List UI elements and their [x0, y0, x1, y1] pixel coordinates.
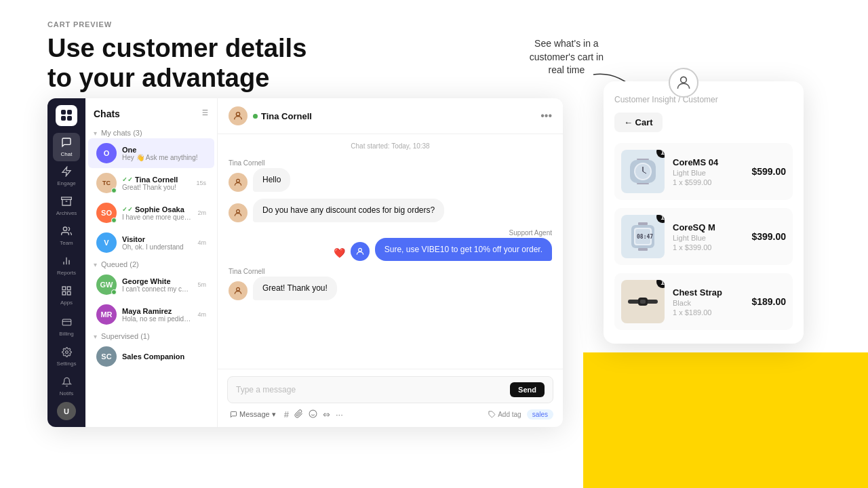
sophie-preview: I have one more question. Could...	[122, 214, 192, 221]
status-dot	[111, 289, 117, 295]
more-toolbar-icon[interactable]: ···	[336, 409, 343, 420]
svg-point-31	[309, 410, 317, 418]
cart-breadcrumb: Customer Insight / Customer	[614, 95, 793, 104]
nav-item-engage[interactable]: Engage	[53, 163, 80, 191]
chat-item-sophie[interactable]: SO ✓✓ Sophie Osaka I have one more quest…	[88, 198, 214, 228]
tina-preview: Great! Thank you!	[122, 184, 191, 191]
messages-area: Chat started: Today, 10:38 Tina Cornell …	[218, 134, 563, 369]
hash-icon[interactable]: #	[284, 409, 289, 420]
header-status-dot	[253, 114, 258, 119]
supervised-label: ▾ Supervised (1)	[85, 329, 217, 342]
nav-label-archives: Archives	[56, 210, 77, 216]
sales-tag-chip[interactable]: sales	[527, 409, 553, 420]
cart-item-name-corems: CoreMS 04	[673, 157, 743, 167]
chat-main-area: Tina Cornell ••• Chat started: Today, 10…	[218, 98, 563, 427]
chat-info-tina: ✓✓ Tina Cornell Great! Thank you!	[122, 176, 191, 191]
user-profile-icon[interactable]	[669, 68, 698, 98]
chat-header-left: Tina Cornell	[229, 106, 312, 125]
message-row-thanks: Great! Thank you!	[229, 277, 552, 300]
message-type-button[interactable]: Message ▾	[227, 409, 279, 420]
watch-corems-icon	[625, 153, 661, 190]
nav-label-notifs: Notifs	[60, 390, 73, 396]
app-logo[interactable]	[56, 105, 77, 126]
maya-preview: Hola, no se mi pedido en la tiid...	[122, 315, 192, 323]
chat-preview: Hey 👋 Ask me anything!	[122, 154, 206, 161]
emoji-icon[interactable]	[309, 409, 317, 420]
message-group-1: Tina Cornell Hello	[229, 159, 552, 192]
chats-panel: Chats ▾ My chats (3) O One Hey 👋 Ask me …	[85, 98, 218, 427]
annotation: See what's in acustomer's cart inreal ti…	[530, 37, 604, 77]
chats-title: Chats	[94, 108, 120, 119]
attach-icon[interactable]	[294, 409, 303, 420]
nav-item-team[interactable]: Team	[53, 222, 80, 250]
svg-text:08:47: 08:47	[637, 234, 653, 240]
chat-avatar-visitor: V	[96, 232, 117, 253]
cart-item-details-coresq: CoreSQ M Light Blue 1 x $399.00	[673, 222, 743, 251]
message-group-4: Tina Cornell Great! Thank you!	[229, 268, 552, 300]
team-nav-icon	[61, 226, 72, 239]
svg-marker-6	[62, 167, 71, 176]
add-tag-button[interactable]: Add tag	[488, 411, 521, 418]
queued-label: ▾ Queued (2)	[85, 258, 217, 270]
cart-item-coresq: 1 08:47 CoreSQ M Light Blue 1 x $399.00 …	[614, 208, 793, 265]
svg-rect-7	[62, 197, 72, 199]
svg-point-29	[358, 249, 361, 252]
chat-item-visitor[interactable]: V Visitor Oh, ok. I understand 4m	[88, 228, 214, 258]
user-avatar[interactable]: U	[57, 402, 76, 420]
engage-nav-icon	[61, 166, 72, 179]
svg-point-26	[236, 113, 239, 116]
chat-item-maya[interactable]: MR Maya Ramirez Hola, no se mi pedido en…	[88, 300, 214, 329]
cart-item-variant-coresq: Light Blue	[673, 234, 743, 242]
more-options-icon[interactable]: •••	[540, 110, 552, 122]
nav-label-chat: Chat	[61, 151, 73, 157]
cart-item-img-cheststrap: 1	[621, 280, 665, 323]
george-name: George White	[122, 277, 192, 285]
send-button[interactable]: Send	[510, 382, 545, 397]
cart-back-button[interactable]: ← Cart	[614, 113, 663, 132]
george-time: 5m	[197, 281, 206, 288]
nav-item-archives[interactable]: Archives	[53, 192, 80, 220]
cart-item-variant-corems: Light Blue	[673, 169, 743, 177]
cart-item-qty-corems: 1 x $599.00	[673, 178, 743, 186]
chat-nav-icon	[61, 137, 72, 150]
message-row-hello: Hello	[229, 168, 552, 192]
chat-avatar-supervised: SC	[96, 346, 117, 367]
chat-item-one[interactable]: O One Hey 👋 Ask me anything!	[88, 138, 214, 168]
msg-bubble-agent: Sure, use VIBE10 to get 10% off your ord…	[375, 238, 552, 262]
chat-info: One Hey 👋 Ask me anything!	[122, 146, 206, 161]
sophie-time: 2m	[197, 209, 206, 216]
nav-label-reports: Reports	[57, 270, 76, 276]
nav-item-chat[interactable]: Chat	[53, 133, 80, 161]
visitor-name: Visitor	[122, 235, 192, 243]
yellow-background	[583, 352, 868, 488]
section-label: CART PREVIEW	[47, 20, 307, 28]
nav-item-apps[interactable]: Apps	[53, 281, 80, 310]
nav-item-reports[interactable]: Reports	[53, 251, 80, 280]
chat-item-george[interactable]: GW George White I can't connect my card.…	[88, 270, 214, 300]
svg-rect-3	[67, 110, 72, 115]
svg-rect-13	[62, 287, 66, 290]
chat-info-visitor: Visitor Oh, ok. I understand	[122, 235, 192, 251]
expand-icon[interactable]: ⇔	[323, 409, 330, 420]
cart-item-corems: 1 CoreMS 04 Light Blue 1 x $599.00 $599.…	[614, 143, 793, 200]
svg-point-30	[237, 288, 240, 291]
cart-item-qty-coresq: 1 x $399.00	[673, 243, 743, 251]
svg-rect-35	[637, 159, 649, 160]
chat-item-tina[interactable]: TC ✓✓ Tina Cornell Great! Thank you! 15s	[88, 168, 214, 198]
message-group-2: Do you have any discount codes for big o…	[229, 199, 552, 222]
svg-rect-36	[637, 183, 649, 184]
nav-label-team: Team	[60, 240, 73, 246]
nav-label-billing: Billing	[59, 331, 73, 337]
nav-item-billing[interactable]: Billing	[53, 312, 80, 341]
chat-item-supervised[interactable]: SC Sales Companion	[88, 342, 214, 371]
svg-point-19	[65, 350, 68, 353]
nav-item-notifications[interactable]: Notifs	[53, 372, 80, 401]
svg-rect-17	[62, 319, 71, 325]
message-input-row[interactable]: Type a message Send	[227, 376, 553, 403]
svg-rect-43	[638, 248, 648, 251]
filter-icon[interactable]	[199, 108, 209, 119]
message-input-placeholder[interactable]: Type a message	[236, 385, 505, 394]
sophie-name: ✓✓ Sophie Osaka	[122, 205, 192, 214]
toolbar-row: Message ▾ # ⇔ ···	[227, 409, 553, 420]
nav-item-settings[interactable]: Settings	[53, 342, 80, 371]
